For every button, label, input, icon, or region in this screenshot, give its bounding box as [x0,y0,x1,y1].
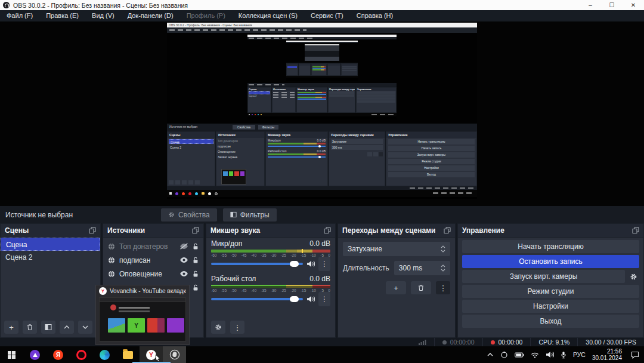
lock-icon[interactable] [193,284,199,291]
add-scene-button[interactable]: + [4,321,18,334]
select-arrows-icon [441,245,445,253]
gear-icon [168,211,175,218]
eye-slash-icon[interactable] [179,243,188,250]
screen-capture-level3 [286,41,358,81]
filters-button[interactable]: Фильтры [223,208,277,222]
start-streaming-button[interactable]: Начать трансляцию [462,240,639,253]
duration-input[interactable]: 300 ms [394,261,450,275]
menu-docks[interactable]: Док-панели (D) [121,10,180,21]
taskbar-yandex-start[interactable]: Я [47,346,70,363]
volume-icon[interactable] [546,351,554,358]
start-virtual-camera-button[interactable]: Запуск вирт. камеры [462,270,625,283]
dock-popout-icon[interactable] [89,227,96,234]
taskbar-yandex-browser[interactable]: Y [140,346,163,363]
eye-icon[interactable] [179,257,188,263]
remove-transition-button[interactable] [411,281,431,294]
lock-icon[interactable] [193,243,199,250]
tray-app-icon[interactable] [500,351,508,359]
battery-icon[interactable] [515,352,524,358]
taskbar-thumbnail-popup[interactable]: Y Vovanchik - YouTube вкладка з... Y [95,285,190,345]
add-transition-button[interactable]: + [386,281,406,294]
minimize-button[interactable]: – [580,0,601,10]
mini-docks-1: Сцены Сцена Сцена 2 Источники Топ донате… [167,131,477,186]
source-row[interactable]: подписан [103,253,203,267]
transition-select[interactable]: Затухание [343,242,450,256]
stop-recording-button[interactable]: Остановить запись [462,255,639,268]
settings-button[interactable]: Настройки [462,300,639,313]
eye-icon[interactable] [179,270,188,277]
volume-slider[interactable] [211,263,303,265]
clock[interactable]: 21:56 30.01.2024 [592,348,622,361]
channel-db: 0.0 dB [309,239,330,248]
close-button[interactable]: ✕ [623,0,644,10]
volume-meter [211,250,330,253]
duration-label: Длительность [343,264,389,272]
dock-popout-icon[interactable] [632,227,639,234]
exit-button[interactable]: Выход [462,315,639,328]
menu-scene-collection[interactable]: Коллекция сцен (S) [232,10,304,21]
volume-slider[interactable] [211,298,303,300]
speaker-icon[interactable] [306,260,315,267]
mixer-settings-button[interactable] [211,321,225,334]
properties-button[interactable]: Свойства [161,208,217,222]
window-title: OBS 30.0.2 - Профиль: Без названия - Сце… [13,2,188,9]
mouse-cursor [155,354,161,362]
source-row[interactable]: Топ донатеров [103,239,203,253]
scenes-panel-header: Сцены [1,224,100,238]
meter-scale: -60-55-50-45-40-35-30-25-20-15-10-50 [211,253,330,258]
lock-icon[interactable] [193,257,199,264]
video-thumb: Y [128,318,145,333]
slider-handle[interactable] [290,296,299,302]
video-thumb [167,318,184,333]
remove-scene-button[interactable] [23,321,37,334]
taskbar-obs[interactable] [163,346,186,363]
record-timer: 00:00:00 [482,338,531,346]
tray-expand-chevron[interactable] [487,352,494,357]
source-row[interactable]: Оповещение [103,267,203,281]
menu-view[interactable]: Вид (V) [85,10,121,21]
mixer-menu-button[interactable]: ⋮ [230,321,244,334]
menu-tools[interactable]: Сервис (T) [304,10,350,21]
opera-icon [76,350,86,360]
obs-logo-icon [3,2,10,8]
taskbar-opera[interactable] [70,346,93,363]
notification-center-icon[interactable] [631,351,639,359]
menu-file[interactable]: Файл (F) [0,10,39,21]
start-button[interactable] [0,346,23,363]
language-indicator[interactable]: РУС [573,351,586,358]
taskbar-explorer[interactable] [116,346,140,363]
chevron-down-icon [82,325,89,330]
scene-item[interactable]: Сцена 2 [1,251,100,264]
wifi-icon[interactable] [531,352,539,358]
browser-thumbnail[interactable]: Y [99,297,186,342]
channel-db: 0.0 dB [309,275,330,284]
dock-popout-icon[interactable] [192,227,199,234]
menu-help[interactable]: Справка (H) [350,10,400,21]
scene-filters-button[interactable] [41,321,55,334]
menu-edit[interactable]: Правка (E) [39,10,85,21]
channel-menu-button[interactable]: ⋮ [318,292,330,306]
scene-item-selected[interactable]: Сцена [1,238,100,251]
channel-avatar [110,304,116,310]
channel-menu-button[interactable]: ⋮ [318,257,330,271]
virtual-camera-settings-button[interactable] [627,270,639,282]
lock-icon[interactable] [193,270,199,278]
slider-handle[interactable] [290,261,299,267]
taskbar-alice[interactable] [23,346,47,363]
preview-canvas[interactable]: OBS 30.0.2 - Профиль: Без названия - Сце… [0,21,644,206]
menu-profile[interactable]: Профиль (P) [180,10,232,21]
spinner-arrows-icon [441,264,445,272]
taskbar-edge[interactable] [93,346,116,363]
maximize-button[interactable]: ☐ [601,0,623,10]
move-scene-down-button[interactable] [78,321,92,334]
dock-popout-icon[interactable] [444,227,451,234]
move-scene-up-button[interactable] [60,321,74,334]
dock-popout-icon[interactable] [324,227,331,234]
transition-menu-button[interactable]: ⋮ [436,281,450,294]
speaker-icon[interactable] [306,296,315,303]
studio-mode-button[interactable]: Режим студии [462,285,639,298]
controls-panel: Управление Начать трансляцию Остановить … [457,223,644,338]
transitions-panel: Переходы между сценами Затухание Длитель… [338,223,456,338]
microphone-icon[interactable] [561,351,566,359]
windows-taskbar: Я Y РУС 21:56 30.01.2024 [0,346,644,363]
